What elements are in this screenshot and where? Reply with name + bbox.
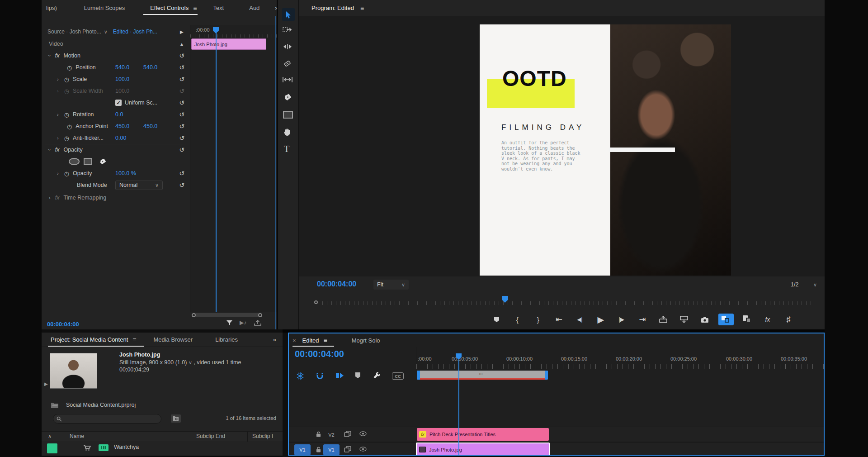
opacity-effect-row[interactable]: › fx Opacity ↺ [42, 144, 190, 156]
label-color-chip[interactable] [47, 443, 57, 453]
program-timecode[interactable]: 00:00:04:00 [317, 280, 356, 288]
v1-track-target[interactable]: V1 [323, 444, 340, 455]
timeline-tab-close-icon[interactable]: × [292, 337, 296, 344]
anti-flicker-value[interactable]: 0.00 [115, 135, 126, 141]
v1-visibility-eye-icon[interactable] [359, 447, 367, 452]
scale-reset-icon[interactable]: ↺ [178, 76, 186, 83]
anchor-stopwatch-icon[interactable]: ◷ [67, 123, 72, 130]
clip-josh-photo[interactable]: Josh Photo.jpg [416, 443, 550, 456]
v1-sync-lock-icon[interactable] [344, 446, 351, 452]
column-subclip-end[interactable]: Subclip End [196, 433, 225, 439]
multicam-view-icon[interactable] [739, 314, 755, 325]
thumbnail-play-icon[interactable]: ▶ [44, 381, 48, 386]
opacity-value-reset-icon[interactable]: ↺ [178, 170, 186, 177]
work-area-in-handle[interactable] [417, 371, 420, 380]
motion-reset-icon[interactable]: ↺ [178, 52, 186, 59]
slip-tool[interactable] [282, 76, 293, 83]
work-area-grip[interactable]: lll [479, 372, 483, 376]
opacity-reset-icon[interactable]: ↺ [178, 146, 186, 153]
show-timeline-icon[interactable]: ▶ [180, 29, 184, 34]
column-divider[interactable] [191, 432, 191, 442]
step-back-icon[interactable]: ◀| [572, 314, 588, 325]
export-frame-tray-icon[interactable] [254, 319, 261, 326]
project-file-row[interactable]: Social Media Content.prproj [51, 402, 136, 408]
pen-mask-icon[interactable] [99, 158, 107, 165]
search-input[interactable] [53, 414, 161, 424]
rotation-expand-icon[interactable]: › [57, 112, 59, 117]
ripple-edit-tool[interactable] [283, 43, 292, 50]
nested-sequence-icon[interactable] [296, 372, 304, 380]
ec-clip-bar[interactable]: Josh Photo.jpg [191, 38, 266, 50]
rect-mask-icon[interactable] [84, 158, 92, 165]
uniform-scale-checkbox[interactable]: ✓ [115, 100, 122, 106]
hand-tool[interactable] [283, 128, 292, 136]
timeline-menu-icon[interactable]: ≡ [323, 337, 327, 344]
timeline-timecode[interactable]: 00:00:04:00 [295, 349, 344, 359]
export-frame-icon[interactable] [697, 314, 712, 325]
go-to-out-icon[interactable]: ⇥ [635, 314, 650, 325]
extract-icon[interactable] [676, 314, 692, 325]
program-title[interactable]: Program: Edited [307, 5, 359, 11]
tab-sequence-mogrt-solo[interactable]: Mogrt Solo [347, 337, 385, 344]
scale-value[interactable]: 100.0 [115, 76, 129, 82]
edited-sequence-label[interactable]: Edited · Josh Ph... [113, 29, 157, 35]
project-menu-icon[interactable]: ≡ [132, 336, 136, 343]
fx-badge-icon[interactable]: fx [760, 314, 775, 325]
comparison-view-icon[interactable] [718, 314, 734, 325]
v1-source-patch[interactable]: V1 [294, 444, 311, 455]
tab-media-browser[interactable]: Media Browser [149, 336, 197, 343]
uniform-scale-reset-icon[interactable]: ↺ [178, 99, 186, 106]
v2-track-target[interactable]: V2 [323, 431, 340, 439]
ec-scrollbar-left-handle[interactable] [192, 313, 196, 317]
opacity-value[interactable]: 100.0 % [115, 170, 136, 176]
razor-tool[interactable] [283, 60, 292, 68]
position-x-value[interactable]: 540.0 [115, 64, 129, 71]
position-reset-icon[interactable]: ↺ [178, 64, 186, 71]
position-stopwatch-icon[interactable]: ◷ [67, 64, 72, 71]
panel-menu-icon[interactable]: ≡ [193, 5, 197, 12]
tab-effect-controls[interactable]: Effect Controls [146, 5, 193, 11]
blend-mode-dropdown[interactable]: Normal ∨ [115, 181, 163, 190]
item-meta-chevron-icon[interactable]: ∨ [189, 360, 192, 365]
ec-timecode[interactable]: 00:00:04:00 [47, 321, 79, 328]
play-button-icon[interactable]: ▶ [593, 314, 609, 325]
column-divider[interactable] [247, 432, 248, 442]
work-area-out-handle[interactable] [545, 371, 548, 380]
rotation-reset-icon[interactable]: ↺ [178, 111, 186, 118]
ec-playhead-line[interactable] [216, 33, 217, 312]
go-to-in-icon[interactable]: ⇤ [551, 314, 566, 325]
ec-h-scrollbar[interactable] [193, 313, 261, 317]
pen-tool[interactable] [283, 93, 292, 101]
opacity-expand-icon[interactable]: › [47, 149, 52, 151]
tab-lumetri-scopes[interactable]: Lumetri Scopes [80, 5, 129, 11]
v1-lock-icon[interactable] [316, 447, 321, 452]
tab-libraries[interactable]: Libraries [211, 336, 242, 343]
program-menu-icon[interactable]: ≡ [360, 5, 364, 12]
anchor-x-value[interactable]: 450.0 [115, 123, 129, 129]
opacity-value-expand-icon[interactable]: › [57, 171, 59, 176]
sort-direction-icon[interactable]: ∧ [48, 433, 52, 439]
tab-text[interactable]: Text [208, 5, 228, 11]
scale-expand-icon[interactable]: › [57, 76, 59, 82]
tab-project[interactable]: Project: Social Media Content [46, 336, 132, 343]
ec-scrollbar-right-handle[interactable] [258, 313, 262, 317]
mark-in-icon[interactable]: { [509, 314, 525, 325]
anchor-y-value[interactable]: 450.0 [143, 123, 157, 129]
anchor-reset-icon[interactable]: ↺ [178, 123, 186, 130]
scrub-zoom-handle[interactable] [314, 300, 318, 304]
anti-flicker-expand-icon[interactable]: › [57, 135, 59, 141]
time-remapping-expand-icon[interactable]: › [49, 195, 51, 200]
linked-selection-icon[interactable] [335, 371, 344, 380]
list-item-row[interactable]: Wantchya [42, 442, 283, 456]
program-scrub-ruler[interactable] [322, 301, 815, 305]
zoom-level-dropdown[interactable]: Fit ∨ [373, 280, 409, 290]
source-chevron-icon[interactable]: ∨ [104, 29, 108, 35]
timeline-settings-wrench-icon[interactable] [373, 371, 381, 380]
tab-sequence-edited[interactable]: Edited [298, 337, 324, 344]
timeline-marker-icon[interactable] [355, 372, 361, 379]
timeline-ruler[interactable]: :00:00 00:00:05:00 00:00:10:00 00:00:15:… [416, 347, 825, 369]
v2-visibility-eye-icon[interactable] [359, 431, 367, 436]
time-remapping-row[interactable]: › fx Time Remapping [42, 192, 190, 204]
tab-overflow-icon[interactable]: » [275, 5, 277, 11]
search-bin-icon[interactable] [171, 414, 181, 423]
